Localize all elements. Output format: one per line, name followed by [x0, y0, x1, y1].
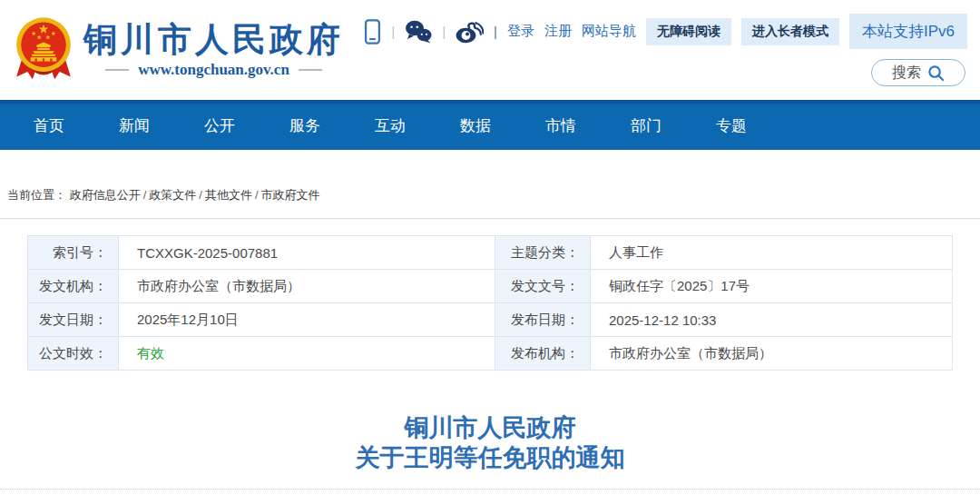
national-emblem-icon: [13, 16, 74, 85]
doc-info-label: 发文文号：: [495, 270, 591, 303]
site-header: 铜川市人民政府 www.tongchuan.gov.cn |: [0, 0, 980, 100]
site-logo[interactable]: 铜川市人民政府 www.tongchuan.gov.cn: [13, 15, 344, 85]
doc-info-value: 铜政任字〔2025〕17号: [591, 270, 953, 303]
breadcrumb-separator: /: [252, 188, 261, 202]
url-dash-left: [105, 69, 129, 71]
doc-info-value: TCXXGK-2025-007881: [119, 236, 495, 270]
nav-item-2[interactable]: 新闻: [92, 104, 177, 150]
doc-info-value: 2025年12月10日: [119, 303, 495, 337]
breadcrumb-prefix: 当前位置：: [7, 188, 66, 202]
doc-info-label: 发布日期：: [495, 303, 591, 337]
weibo-icon[interactable]: [456, 19, 484, 44]
breadcrumb-link[interactable]: 政府信息公开: [70, 188, 141, 202]
search-button[interactable]: 搜索: [871, 59, 965, 86]
login-link[interactable]: 登录: [507, 23, 534, 40]
page: 铜川市人民政府 www.tongchuan.gov.cn |: [0, 0, 980, 490]
nav-item-9[interactable]: 专题: [689, 104, 774, 150]
site-nav-link[interactable]: 网站导航: [582, 23, 636, 40]
document-title-line1: 铜川市人民政府: [0, 413, 980, 443]
breadcrumb-path: 政府信息公开/政策文件/其他文件/市政府文件: [70, 188, 320, 202]
doc-info-label: 索引号：: [28, 236, 119, 270]
nav-item-6[interactable]: 数据: [433, 104, 518, 150]
doc-info-label: 发文日期：: [28, 303, 119, 337]
doc-info-value: 人事工作: [591, 236, 953, 270]
breadcrumb: 当前位置： 政府信息公开/政策文件/其他文件/市政府文件: [0, 150, 980, 219]
nav-item-8[interactable]: 部门: [603, 104, 689, 150]
breadcrumb-link[interactable]: 市政府文件: [261, 188, 320, 202]
url-dash-right: [299, 69, 322, 71]
breadcrumb-separator: /: [141, 188, 150, 202]
doc-info-value: 2025-12-12 10:33: [591, 303, 953, 337]
search-icon: [927, 64, 945, 82]
nav-item-1[interactable]: 首页: [6, 104, 92, 150]
doc-info-table: 索引号：TCXXGK-2025-007881主题分类：人事工作发文机构：市政府办…: [27, 235, 953, 371]
nav-item-5[interactable]: 互动: [348, 104, 433, 150]
nav-item-7[interactable]: 市情: [518, 104, 603, 150]
breadcrumb-separator: /: [196, 188, 205, 202]
doc-info-label: 发文机构：: [28, 270, 119, 303]
utility-row: | |: [364, 14, 967, 49]
header-utilities: | |: [364, 14, 967, 86]
search-button-label: 搜索: [892, 64, 921, 83]
document-title-line2: 关于王明等任免职的通知: [0, 443, 980, 473]
separator: |: [494, 24, 497, 39]
register-link[interactable]: 注册: [544, 23, 572, 40]
mobile-icon[interactable]: [364, 18, 381, 45]
site-title-block: 铜川市人民政府 www.tongchuan.gov.cn: [83, 21, 344, 80]
elder-mode-button[interactable]: 进入长者模式: [741, 18, 839, 45]
ipv6-badge[interactable]: 本站支持IPv6: [849, 14, 967, 49]
accessibility-button[interactable]: 无障碍阅读: [646, 18, 731, 45]
doc-info-value: 有效: [119, 337, 495, 371]
site-name: 铜川市人民政府: [83, 21, 344, 60]
document-title: 铜川市人民政府 关于王明等任免职的通知: [0, 413, 980, 473]
separator: |: [391, 24, 395, 39]
doc-info-value: 市政府办公室（市数据局）: [591, 337, 953, 371]
doc-info-label: 公文时效：: [28, 337, 119, 371]
doc-info-value: 市政府办公室（市数据局）: [119, 270, 495, 303]
nav-item-3[interactable]: 公开: [177, 104, 262, 150]
doc-info-label: 主题分类：: [495, 236, 591, 270]
nav-item-4[interactable]: 服务: [262, 104, 348, 150]
site-url-row: www.tongchuan.gov.cn: [83, 61, 344, 79]
doc-info-label: 发布机构：: [495, 337, 591, 371]
site-url: www.tongchuan.gov.cn: [138, 61, 289, 79]
wechat-icon[interactable]: [405, 19, 432, 44]
bottom-divider: [0, 489, 980, 490]
breadcrumb-link[interactable]: 其他文件: [205, 188, 252, 202]
breadcrumb-link[interactable]: 政策文件: [149, 188, 196, 202]
main-nav: 首页新闻公开服务互动数据市情部门专题: [0, 100, 980, 150]
separator: |: [442, 24, 446, 39]
